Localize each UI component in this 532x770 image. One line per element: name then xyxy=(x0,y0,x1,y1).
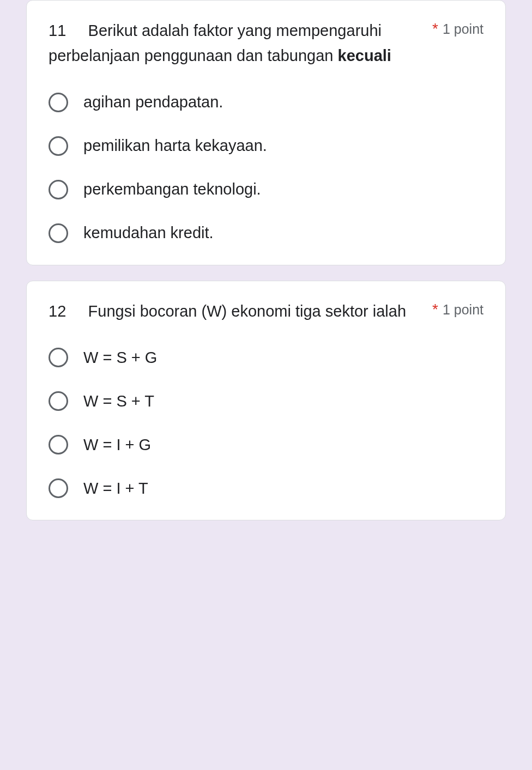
question-text: 11 Berikut adalah faktor yang mempengaru… xyxy=(49,18,424,69)
radio-option[interactable]: pemilikan harta kekayaan. xyxy=(49,136,483,156)
points-wrap: * 1 point xyxy=(432,299,483,318)
radio-option[interactable]: W = S + G xyxy=(49,348,483,367)
radio-icon xyxy=(49,223,68,243)
question-number: 12 xyxy=(49,302,66,320)
question-body: Berikut adalah faktor yang mempengaruhi … xyxy=(49,22,382,64)
radio-option[interactable]: W = I + G xyxy=(49,435,483,454)
radio-option[interactable]: perkembangan teknologi. xyxy=(49,180,483,199)
option-label: agihan pendapatan. xyxy=(83,93,223,111)
question-text: 12 Fungsi bocoran (W) ekonomi tiga sekto… xyxy=(49,299,424,324)
option-label: W = S + G xyxy=(83,349,157,367)
required-asterisk: * xyxy=(432,21,438,37)
option-label: W = S + T xyxy=(83,392,154,410)
question-bold: kecuali xyxy=(338,47,391,64)
points-label: 1 point xyxy=(443,302,483,318)
points-wrap: * 1 point xyxy=(432,18,483,37)
option-label: W = I + G xyxy=(83,436,151,454)
question-card: 11 Berikut adalah faktor yang mempengaru… xyxy=(26,0,506,265)
option-label: W = I + T xyxy=(83,480,148,498)
radio-icon xyxy=(49,348,68,367)
radio-option[interactable]: W = I + T xyxy=(49,478,483,498)
radio-icon xyxy=(49,391,68,411)
question-header: 11 Berikut adalah faktor yang mempengaru… xyxy=(49,18,483,69)
radio-icon xyxy=(49,180,68,199)
option-label: pemilikan harta kekayaan. xyxy=(83,137,267,155)
radio-icon xyxy=(49,136,68,156)
question-body: Fungsi bocoran (W) ekonomi tiga sektor i… xyxy=(88,302,406,320)
radio-icon xyxy=(49,93,68,112)
radio-option[interactable]: kemudahan kredit. xyxy=(49,223,483,243)
option-label: kemudahan kredit. xyxy=(83,224,214,242)
options-group: agihan pendapatan. pemilikan harta kekay… xyxy=(49,93,483,243)
radio-option[interactable]: agihan pendapatan. xyxy=(49,93,483,112)
options-group: W = S + G W = S + T W = I + G W = I + T xyxy=(49,348,483,498)
radio-icon xyxy=(49,478,68,498)
question-number: 11 xyxy=(49,22,66,39)
radio-option[interactable]: W = S + T xyxy=(49,391,483,411)
required-asterisk: * xyxy=(432,302,438,317)
option-label: perkembangan teknologi. xyxy=(83,180,261,198)
question-header: 12 Fungsi bocoran (W) ekonomi tiga sekto… xyxy=(49,299,483,324)
radio-icon xyxy=(49,435,68,454)
points-label: 1 point xyxy=(443,21,483,37)
question-card: 12 Fungsi bocoran (W) ekonomi tiga sekto… xyxy=(26,281,506,520)
